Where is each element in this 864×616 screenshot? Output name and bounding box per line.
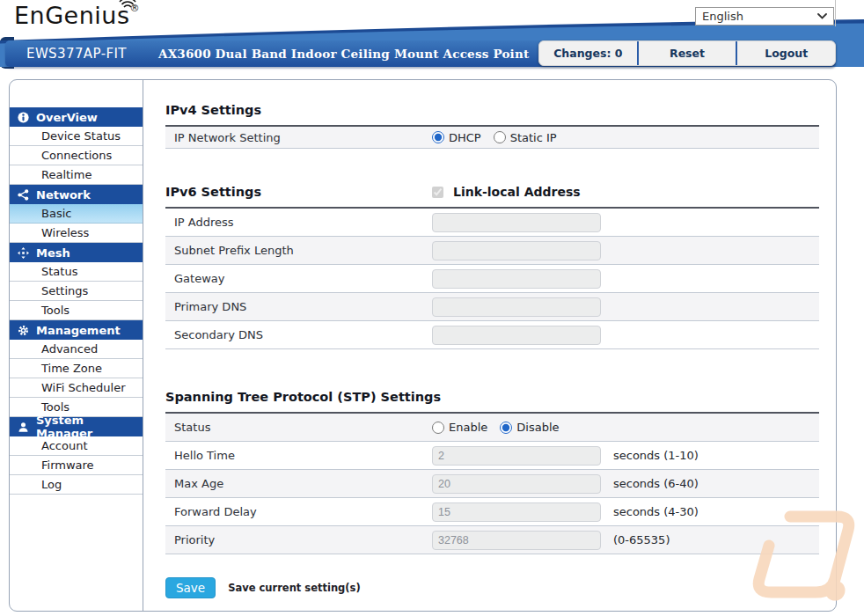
settings-row: Hello Timeseconds (1-10) [165,442,819,470]
sidebar-section-overview[interactable]: OverView [10,107,143,127]
radio-option-disable[interactable]: Disable [500,421,559,434]
gear-icon [18,325,29,336]
sidebar: OverViewDevice StatusConnectionsRealtime… [10,80,143,611]
sidebar-section-mesh[interactable]: Mesh [10,243,143,262]
stp-heading: Spanning Tree Protocol (STP) Settings [165,390,836,404]
nav-button-changes-0[interactable]: Changes: 0 [539,41,637,65]
sidebar-item-firmware[interactable]: Firmware [10,456,143,475]
radio-static-ip[interactable] [494,131,506,143]
max-age-field [432,474,601,494]
row-control [432,326,601,345]
ipv4-heading: IPv4 Settings [165,103,836,117]
settings-row: Secondary DNS [165,321,819,349]
row-control: EnableDisable [432,421,560,434]
forward-delay-label: Forward Delay [165,505,432,518]
settings-row: Max Ageseconds (6-40) [165,470,819,498]
sidebar-item-connections[interactable]: Connections [10,146,143,165]
link-local-label: Link-local Address [453,185,581,199]
ip-address-label: IP Address [165,216,432,229]
header: EnGenius® English EWS377AP-FIT AX3600 Du… [0,0,864,70]
sidebar-item-time-zone[interactable]: Time Zone [10,359,143,378]
settings-row: Subnet Prefix Length [165,237,819,265]
ipv4-table: IP Network SettingDHCPStatic IP [165,125,819,149]
ip-address-field [432,213,601,232]
forward-delay-field [432,502,601,522]
settings-row: Priority(0-65535) [165,526,819,554]
row-control [432,241,601,260]
row-control: DHCPStatic IP [432,131,557,144]
sidebar-section-system-manager[interactable]: System Manager [10,417,143,436]
sidebar-item-tools[interactable]: Tools [10,301,143,320]
wifi-arcs-icon [116,0,139,10]
row-control: (0-65535) [432,531,670,550]
radio-option-enable[interactable]: Enable [432,421,487,434]
user-icon [18,422,29,433]
priority-label: Priority [165,533,432,546]
ipv4-section: IPv4 Settings IP Network SettingDHCPStat… [165,103,836,149]
sidebar-item-device-status[interactable]: Device Status [10,127,143,146]
nav-button-logout[interactable]: Logout [736,41,835,65]
sidebar-item-wireless[interactable]: Wireless [10,224,143,243]
sidebar-item-status[interactable]: Status [10,262,143,282]
ipv6-heading: IPv6 Settings [165,185,432,199]
ip-network-setting-label: IP Network Setting [165,131,432,144]
settings-row: Forward Delayseconds (4-30) [165,498,819,526]
radio-enable[interactable] [432,422,444,434]
chevron-down-icon [817,13,827,19]
sidebar-item-log[interactable]: Log [10,475,143,495]
header-divider [835,0,836,26]
row-control: seconds (1-10) [432,446,699,466]
max-age-label: Max Age [165,477,432,490]
sidebar-section-management[interactable]: Management [10,320,143,340]
nav-button-reset[interactable]: Reset [637,41,736,65]
radio-disable[interactable] [500,422,512,434]
save-button[interactable]: Save [165,577,216,598]
primary-dns-label: Primary DNS [165,300,432,313]
radio-option-dhcp[interactable]: DHCP [432,131,481,144]
gateway-label: Gateway [165,272,432,285]
settings-row: IP Address [165,209,819,237]
settings-row: IP Network SettingDHCPStatic IP [165,127,819,149]
sidebar-item-wifi-scheduler[interactable]: WiFi Scheduler [10,378,143,398]
save-note: Save current setting(s) [228,582,361,594]
sidebar-section-label: Management [36,324,121,337]
max-age-range: seconds (6-40) [613,477,699,490]
sidebar-item-realtime[interactable]: Realtime [10,165,143,185]
ipv6-section: IPv6 Settings Link-local Address IP Addr… [165,185,836,349]
hello-time-field [432,446,601,466]
row-control [432,213,601,232]
sidebar-item-basic[interactable]: Basic [10,204,143,224]
stp-status-label: Status [165,421,432,434]
radio-option-static-ip[interactable]: Static IP [494,131,557,144]
row-control: seconds (6-40) [432,474,699,494]
gateway-field [432,269,601,289]
language-select[interactable]: English [695,7,834,26]
hello-time-range: seconds (1-10) [613,449,699,462]
device-name: EWS377AP-FIT [26,46,127,62]
subnet-prefix-length-field [432,241,601,260]
mesh-icon [18,247,29,259]
forward-delay-range: seconds (4-30) [613,505,699,518]
row-control: seconds (4-30) [432,502,699,522]
stp-table: StatusEnableDisableHello Timeseconds (1-… [165,412,819,554]
radio-label: Static IP [510,131,557,144]
sidebar-section-label: Network [36,188,91,202]
primary-dns-field [432,297,601,317]
priority-range: (0-65535) [613,533,670,546]
link-local-option: Link-local Address [432,185,581,199]
page-title: AX3600 Dual Band Indoor Ceiling Mount Ac… [158,47,529,61]
subnet-prefix-length-label: Subnet Prefix Length [165,244,432,257]
sidebar-item-settings[interactable]: Settings [10,282,143,301]
main-panel: OverViewDevice StatusConnectionsRealtime… [9,79,837,612]
row-control [432,269,601,289]
link-local-checkbox [432,187,443,198]
sidebar-item-advanced[interactable]: Advanced [10,340,143,359]
secondary-dns-label: Secondary DNS [165,328,432,341]
settings-row: Gateway [165,265,819,293]
radio-dhcp[interactable] [432,131,444,143]
sidebar-section-network[interactable]: Network [10,185,143,204]
stp-section: Spanning Tree Protocol (STP) Settings St… [165,390,836,554]
ipv6-table: IP AddressSubnet Prefix LengthGatewayPri… [165,207,819,349]
nav-button-group: Changes: 0ResetLogout [538,40,836,66]
sidebar-section-label: System Manager [36,414,143,440]
